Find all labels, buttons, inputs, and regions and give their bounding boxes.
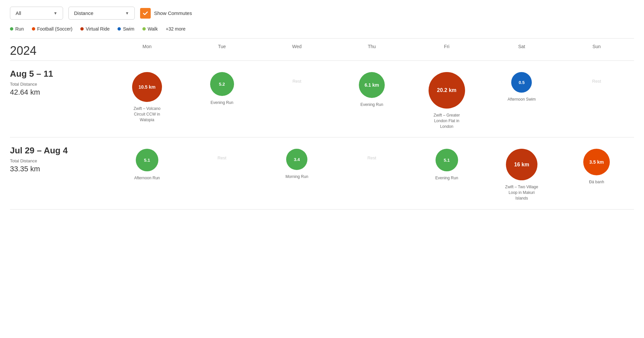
activity-bubble[interactable]: 3.4 [286,149,307,170]
day-header: Mon [110,44,185,58]
legend-item[interactable]: Virtual Ride [80,26,110,32]
filter-label: All [16,10,21,16]
day-header: Tue [185,44,260,58]
activity-bubble[interactable]: 16 km [506,149,537,180]
show-commutes-label: Show Commutes [154,10,192,16]
week-range: Aug 5 – 11 [10,69,110,79]
legend-item[interactable]: Run [10,26,24,32]
show-commutes-toggle[interactable]: Show Commutes [140,8,192,19]
activity-name: Evening Run [435,175,458,181]
legend-dot [142,27,146,31]
activity-bubble[interactable]: 5.2 [210,72,234,96]
rest-label: Rest [592,72,601,84]
day-cell: 6.1 kmEvening Run [334,69,409,108]
legend-item-label: Run [15,26,24,32]
day-header: Sun [559,44,634,58]
week-info: Aug 5 – 11 Total Distance 42.64 km [10,69,110,97]
activity-name: Afternoon Swim [508,97,536,102]
day-cell: 5.1Afternoon Run [110,145,185,181]
week-row: Aug 5 – 11 Total Distance 42.64 km 10.5 … [10,61,634,137]
rest-label: Rest [367,149,376,160]
day-cell: Rest [559,69,634,84]
activity-bubble[interactable]: 10.5 km [132,72,162,102]
activity-name: Zwift – Greater London Flat in London [429,113,465,129]
day-cell: Rest [185,145,260,160]
year-label: 2024 [10,44,110,58]
activity-bubble[interactable]: 0.5 [511,72,532,93]
legend-dot [80,27,84,31]
more-activities-link[interactable]: +32 more [166,26,186,32]
legend-item-label: Virtual Ride [86,26,110,32]
day-cell: 16 kmZwift – Two Village Loop in Makuri … [484,145,559,201]
legend-item-label: Football (Soccer) [37,26,73,32]
day-cell: Rest [334,145,409,160]
activity-name: Đá banh [589,179,604,185]
sort-chevron-icon: ▼ [125,11,129,16]
rest-label: Rest [292,72,301,84]
day-cell: 10.5 kmZwift – Volcano Circuit CCW in Wa… [110,69,185,123]
activity-bubble[interactable]: 20.2 km [429,72,465,109]
calendar-header: 2024 MonTueWedThuFriSatSun [10,39,634,61]
activity-name: Morning Run [285,174,308,180]
day-header: Sat [484,44,559,58]
rest-label: Rest [217,149,226,160]
calendar: 2024 MonTueWedThuFriSatSun Aug 5 – 11 To… [0,39,644,210]
day-header: Wed [259,44,334,58]
day-header: Thu [334,44,409,58]
sort-label: Distance [74,10,93,16]
day-cell: 0.5Afternoon Swim [484,69,559,102]
total-distance-label: Total Distance [10,82,110,87]
day-cell: 5.2Evening Run [185,69,260,106]
legend-dot [118,27,121,31]
day-cell: 3.4Morning Run [259,145,334,180]
legend-item-label: Walk [148,26,158,32]
top-bar: All ▼ Distance ▼ Show Commutes [0,0,644,24]
day-cell: 3.5 kmĐá banh [559,145,634,185]
commute-checkbox-icon [140,8,151,19]
activity-bubble[interactable]: 6.1 km [359,72,385,98]
day-header: Fri [409,44,484,58]
activity-bubble[interactable]: 3.5 km [583,149,610,175]
week-info: Jul 29 – Aug 4 Total Distance 33.35 km [10,145,110,173]
legend-item[interactable]: Football (Soccer) [32,26,73,32]
total-distance-value: 33.35 km [10,165,110,173]
legend-item-label: Swim [123,26,134,32]
activity-name: Evening Run [361,102,383,108]
day-cell: Rest [259,69,334,84]
filter-dropdown[interactable]: All ▼ [10,7,63,20]
legend-dot [10,27,13,31]
legend-item[interactable]: Swim [118,26,134,32]
day-cell: 5.1Evening Run [409,145,484,181]
activity-name: Evening Run [210,100,233,106]
week-row: Jul 29 – Aug 4 Total Distance 33.35 km 5… [10,137,634,209]
legend-item[interactable]: Walk [142,26,158,32]
total-distance-value: 42.64 km [10,88,110,97]
activity-bubble[interactable]: 5.1 [136,149,158,171]
activity-name: Zwift – Two Village Loop in Makuri Islan… [503,184,540,201]
sort-dropdown[interactable]: Distance ▼ [68,7,135,20]
week-range: Jul 29 – Aug 4 [10,145,110,156]
activity-bubble[interactable]: 5.1 [436,149,458,171]
day-cell: 20.2 kmZwift – Greater London Flat in Lo… [409,69,484,129]
filter-chevron-icon: ▼ [53,11,57,16]
total-distance-label: Total Distance [10,158,110,163]
legend-dot [32,27,35,31]
activity-name: Afternoon Run [134,175,160,181]
activity-name: Zwift – Volcano Circuit CCW in Watopia [129,106,165,123]
legend: RunFootball (Soccer)Virtual RideSwimWalk… [0,24,644,38]
